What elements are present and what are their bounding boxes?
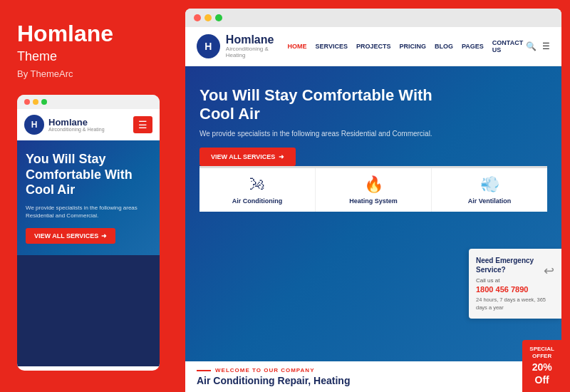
phone-curve-icon: ↩ <box>544 263 554 279</box>
mobile-hamburger-button[interactable]: ☰ <box>133 116 152 133</box>
service-item-heating-system: 🔥 Heating System <box>316 168 432 212</box>
left-panel: Homlane Theme By ThemeArc H Homlane Airc… <box>0 0 177 392</box>
section-teaser: WELCOME TO OUR COMPANY Air Conditioning … <box>185 361 561 392</box>
nav-link-projects[interactable]: PROJECTS <box>356 43 391 50</box>
air-ventilation-icon: 💨 <box>480 175 499 194</box>
air-conditioning-icon: 🌬 <box>249 175 265 194</box>
mobile-logo-sub: Airconditioning & Heating <box>48 127 105 132</box>
dot-green <box>41 99 47 105</box>
menu-icon[interactable]: ☰ <box>542 41 550 51</box>
mobile-content: H Homlane Airconditioning & Heating ☰ Yo… <box>17 109 160 366</box>
arrow-icon: ➜ <box>279 153 284 160</box>
desktop-dot-red <box>194 14 201 21</box>
right-panel: H Homlane Airconditioning & Heating HOME… <box>177 0 570 392</box>
desktop-dot-green <box>215 14 222 21</box>
mobile-view-all-services-button[interactable]: VIEW ALL SERVICES ➜ <box>26 228 115 244</box>
service-item-air-conditioning: 🌬 Air Conditioning <box>200 168 316 212</box>
desktop-browser-bar <box>185 9 561 27</box>
dot-red <box>24 99 30 105</box>
desktop-nav: H Homlane Airconditioning & Heating HOME… <box>185 27 561 66</box>
service-label-air-ventilation: Air Ventilation <box>468 197 512 205</box>
services-strip: 🌬 Air Conditioning 🔥 Heating System 💨 Ai… <box>200 166 547 212</box>
emergency-box: Need Emergency Service? ↩ Call us at 180… <box>469 249 561 319</box>
nav-link-pages[interactable]: PAGES <box>462 43 484 50</box>
emergency-title: Need Emergency Service? <box>476 256 554 274</box>
heating-system-icon: 🔥 <box>364 175 383 194</box>
special-offer-line2: OFFER <box>529 353 554 360</box>
desktop-hero-title: You Will Stay Comfortable With Cool Air <box>200 86 470 124</box>
theme-by: By ThemeArc <box>17 68 160 79</box>
mobile-logo-name: Homlane <box>48 118 105 127</box>
desktop-logo-name: Homlane <box>226 34 288 46</box>
arrow-icon: ➜ <box>101 232 107 239</box>
service-label-air-conditioning: Air Conditioning <box>232 197 282 205</box>
section-welcome-label: WELCOME TO OUR COMPANY <box>197 367 550 373</box>
desktop-window: H Homlane Airconditioning & Heating HOME… <box>185 9 561 392</box>
nav-link-pricing[interactable]: PRICING <box>399 43 426 50</box>
theme-subtitle: Theme <box>17 49 160 64</box>
section-heading: Air Conditioning Repair, Heating <box>197 375 550 386</box>
emergency-hours: 24 hours, 7 days a week, 365 days a year <box>476 296 554 311</box>
nav-link-home[interactable]: HOME <box>288 43 307 50</box>
mobile-logo: H Homlane Airconditioning & Heating <box>24 115 105 135</box>
emergency-phone: 1800 456 7890 <box>476 285 554 294</box>
service-label-heating-system: Heating System <box>349 197 398 205</box>
mobile-hero: You Will Stay Comfortable With Cool Air … <box>17 140 160 255</box>
desktop-dot-yellow <box>204 14 212 21</box>
nav-link-contact[interactable]: CONTACT US <box>492 39 526 53</box>
special-offer-percent: 20% Off <box>529 361 554 386</box>
nav-link-blog[interactable]: BLOG <box>435 43 453 50</box>
mobile-preview: H Homlane Airconditioning & Heating ☰ Yo… <box>17 95 160 371</box>
desktop-logo-icon: H <box>197 34 220 58</box>
desktop-logo-text: Homlane Airconditioning & Heating <box>226 34 288 58</box>
desktop-content: H Homlane Airconditioning & Heating HOME… <box>185 27 561 392</box>
nav-icons: 🔍 ☰ <box>526 41 550 51</box>
desktop-hero: You Will Stay Comfortable With Cool Air … <box>185 66 561 361</box>
search-icon[interactable]: 🔍 <box>526 41 537 51</box>
theme-title: Homlane <box>17 21 160 46</box>
emergency-phone-label: Call us at <box>476 277 554 284</box>
special-offer-line1: SPECIAL <box>529 346 554 353</box>
dot-yellow <box>33 99 38 105</box>
mobile-logo-icon: H <box>24 115 44 135</box>
special-offer-badge: SPECIAL OFFER 20% Off <box>522 340 561 392</box>
desktop-nav-links: HOME SERVICES PROJECTS PRICING BLOG PAGE… <box>288 39 526 53</box>
service-item-air-ventilation: 💨 Air Ventilation <box>432 168 547 212</box>
nav-link-services[interactable]: SERVICES <box>316 43 348 50</box>
desktop-hero-desc: We provide specialists in the following … <box>200 130 547 138</box>
mobile-hero-title: You Will Stay Comfortable With Cool Air <box>26 152 151 198</box>
desktop-logo: H Homlane Airconditioning & Heating <box>197 34 288 58</box>
desktop-view-all-services-button[interactable]: VIEW ALL SERVICES ➜ <box>200 148 296 166</box>
mobile-browser-bar <box>17 95 160 109</box>
desktop-logo-sub: Airconditioning & Heating <box>226 46 288 58</box>
mobile-nav: H Homlane Airconditioning & Heating ☰ <box>17 109 160 140</box>
mobile-hero-desc: We provide specialists in the following … <box>26 204 151 220</box>
mobile-logo-text: Homlane Airconditioning & Heating <box>48 118 105 132</box>
